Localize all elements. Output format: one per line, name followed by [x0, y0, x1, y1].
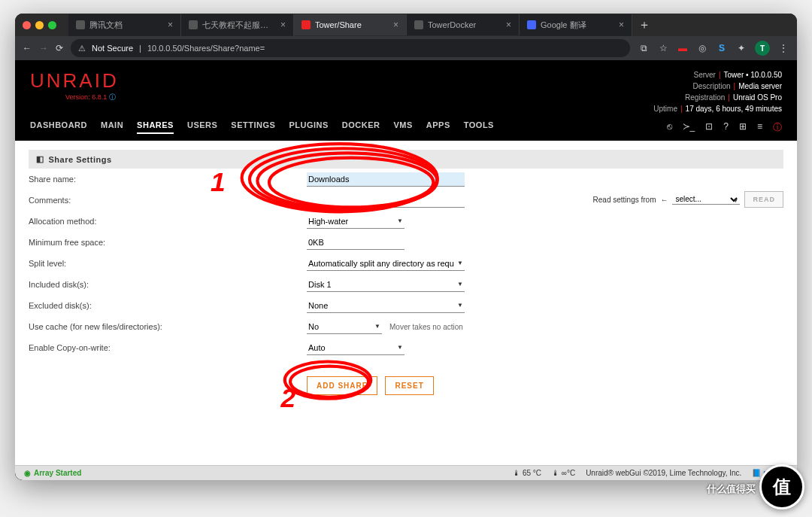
close-icon[interactable]: × [506, 20, 511, 30]
version-text: Version: 6.8.1 ⓘ [30, 93, 119, 102]
nav-apps[interactable]: APPS [426, 120, 450, 134]
watermark-text: 什么值得买 [707, 482, 756, 496]
close-icon[interactable]: × [393, 20, 398, 30]
read-from-label: Read settings from [593, 196, 656, 204]
security-label: Not Secure [92, 44, 133, 53]
puzzle-icon[interactable]: ✦ [735, 42, 747, 54]
forward-button[interactable]: → [39, 43, 48, 53]
cow-select[interactable]: Auto [307, 341, 404, 355]
nav-settings[interactable]: SETTINGS [231, 120, 275, 134]
panel-icon: ◧ [36, 154, 44, 164]
footer: ◉Array Started 🌡 65 °C 🌡 ∞°C Unraid® web… [15, 465, 797, 480]
reset-button[interactable]: RESET [385, 376, 433, 395]
url-text: 10.0.0.50/Shares/Share?name= [147, 44, 265, 53]
min-free-input[interactable] [307, 236, 404, 250]
add-share-button[interactable]: ADD SHARE [307, 376, 377, 395]
extension-icon[interactable]: ▬ [677, 42, 689, 54]
read-from-select[interactable]: select... [672, 194, 740, 205]
temp2: 🌡 ∞°C [552, 469, 575, 477]
mover-hint: Mover takes no action [389, 323, 463, 331]
included-disks-select[interactable]: Disk 1 [307, 278, 465, 292]
excluded-disks-select[interactable]: None [307, 299, 465, 313]
nav-tools[interactable]: TOOLS [464, 120, 494, 134]
nav-main[interactable]: MAIN [101, 120, 123, 134]
array-status: ◉Array Started [24, 469, 81, 477]
watermark-logo: 值 [759, 464, 804, 509]
browser-tabs: 腾讯文档× 七天教程不起服务怎么办？...× Tower/Share× Towe… [68, 14, 789, 36]
copyright: Unraid® webGui ©2019, Lime Technology, I… [586, 469, 741, 477]
feedback-icon[interactable]: ⊡ [705, 121, 713, 134]
nav-docker[interactable]: DOCKER [342, 120, 380, 134]
profile-avatar[interactable]: T [755, 41, 770, 56]
system-info: Server|Tower • 10.0.0.50 Description|Med… [653, 69, 782, 114]
info-icon[interactable]: ⊞ [739, 121, 747, 134]
share-name-input[interactable] [307, 172, 465, 187]
help-icon[interactable]: ? [723, 121, 729, 134]
arrow-left-icon: ← [660, 196, 668, 204]
split-level-select[interactable]: Automatically split any directory as req… [307, 257, 465, 271]
minimize-window-icon[interactable] [35, 21, 44, 29]
window-titlebar: 腾讯文档× 七天教程不起服务怎么办？...× Tower/Share× Towe… [15, 14, 797, 36]
tab-2[interactable]: Tower/Share× [294, 14, 407, 35]
close-icon[interactable]: × [168, 20, 173, 30]
maximize-window-icon[interactable] [48, 21, 56, 29]
tab-1[interactable]: 七天教程不起服务怎么办？...× [181, 14, 294, 36]
nav-vms[interactable]: VMS [393, 120, 412, 134]
unraid-logo: UNRAID [30, 69, 119, 93]
temp1: 🌡 65 °C [513, 469, 541, 477]
tab-0[interactable]: 腾讯文档× [68, 14, 181, 36]
new-tab-button[interactable]: ＋ [632, 17, 656, 33]
ext-s-icon[interactable]: S [716, 42, 728, 54]
main-content: ◧ Share Settings Share name: Comments: A… [15, 141, 797, 465]
comments-input[interactable] [307, 193, 465, 208]
nav-users[interactable]: USERS [187, 120, 217, 134]
nav-shares[interactable]: SHARES [137, 120, 174, 134]
row-comments: Comments: [29, 190, 573, 211]
reload-button[interactable]: ⟳ [56, 43, 63, 53]
address-bar: ← → ⟳ ⚠ Not Secure | 10.0.0.50/Shares/Sh… [15, 36, 797, 60]
url-input[interactable]: ⚠ Not Secure | 10.0.0.50/Shares/Share?na… [71, 39, 630, 57]
warning-icon[interactable]: ⓘ [773, 121, 782, 134]
nav-dashboard[interactable]: DASHBOARD [30, 120, 87, 134]
use-cache-select[interactable]: No [307, 320, 382, 334]
panel-title: ◧ Share Settings [29, 150, 783, 169]
close-icon[interactable]: × [280, 20, 286, 30]
shield-icon[interactable]: ◎ [696, 42, 708, 54]
log-icon[interactable]: ≡ [757, 121, 762, 134]
label-share-name: Share name: [29, 175, 307, 184]
back-button[interactable]: ← [23, 43, 32, 53]
star-icon[interactable]: ☆ [657, 42, 669, 54]
close-window-icon[interactable] [23, 21, 31, 29]
logout-icon[interactable]: ⎋ [667, 121, 672, 134]
tab-4[interactable]: Google 翻译× [520, 14, 632, 36]
close-icon[interactable]: × [619, 20, 624, 30]
tab-3[interactable]: TowerDocker× [407, 14, 520, 35]
translate-icon[interactable]: ⧉ [638, 42, 650, 54]
not-secure-icon: ⚠ [78, 44, 86, 53]
menu-icon[interactable]: ⋮ [777, 42, 789, 54]
main-nav: DASHBOARD MAIN SHARES USERS SETTINGS PLU… [30, 120, 494, 134]
allocation-select[interactable]: High-water [307, 214, 404, 229]
read-button[interactable]: READ [744, 191, 783, 208]
terminal-icon[interactable]: ≻_ [683, 121, 695, 134]
nav-plugins[interactable]: PLUGINS [289, 120, 328, 134]
row-share-name: Share name: [29, 169, 573, 190]
